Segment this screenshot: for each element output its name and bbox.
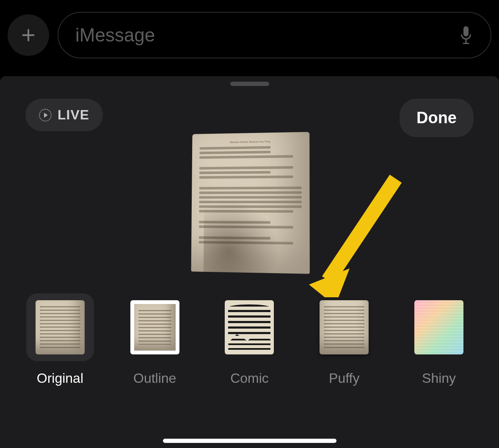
effect-thumb-comic (215, 293, 283, 361)
live-label: LIVE (58, 107, 89, 123)
effect-thumb-original (26, 293, 94, 361)
effect-label-comic: Comic (230, 371, 269, 386)
svg-rect-4 (463, 43, 469, 44)
effect-comic[interactable]: Comic (215, 293, 283, 386)
sticker-editor-sheet: LIVE Done Banaras (Kashi). Banaras Kay T… (0, 76, 499, 448)
effect-original[interactable]: Original (26, 293, 94, 386)
live-photo-toggle[interactable]: LIVE (25, 99, 103, 131)
effect-thumb-puffy (310, 293, 378, 361)
effect-label-original: Original (37, 371, 83, 386)
microphone-icon[interactable] (458, 25, 474, 45)
sheet-header: LIVE Done (0, 86, 499, 133)
effect-shiny[interactable]: Shiny (405, 293, 473, 386)
home-indicator[interactable] (163, 439, 336, 443)
effect-label-puffy: Puffy (329, 371, 359, 386)
effect-label-outline: Outline (133, 371, 176, 386)
svg-rect-2 (463, 26, 469, 36)
effect-outline[interactable]: Outline (121, 293, 189, 386)
add-button[interactable] (8, 14, 49, 56)
message-field-wrap (58, 12, 491, 58)
effects-row: Original Outline Comic Puffy Shiny (0, 293, 499, 386)
sticker-preview[interactable]: Banaras (Kashi). Banaras Kay Thug (191, 132, 309, 274)
sticker-preview-area: Banaras (Kashi). Banaras Kay Thug (0, 133, 499, 293)
effect-puffy[interactable]: Puffy (310, 293, 378, 386)
done-button[interactable]: Done (400, 99, 474, 137)
message-input[interactable] (75, 25, 458, 46)
done-label: Done (416, 109, 457, 127)
effect-thumb-shiny (405, 293, 473, 361)
plus-icon (20, 27, 36, 43)
svg-rect-3 (466, 39, 467, 43)
sheet-grabber[interactable] (230, 82, 269, 86)
effect-label-shiny: Shiny (422, 371, 456, 386)
effect-thumb-outline (121, 293, 189, 361)
live-photo-icon (39, 109, 52, 122)
compose-bar (0, 0, 499, 70)
